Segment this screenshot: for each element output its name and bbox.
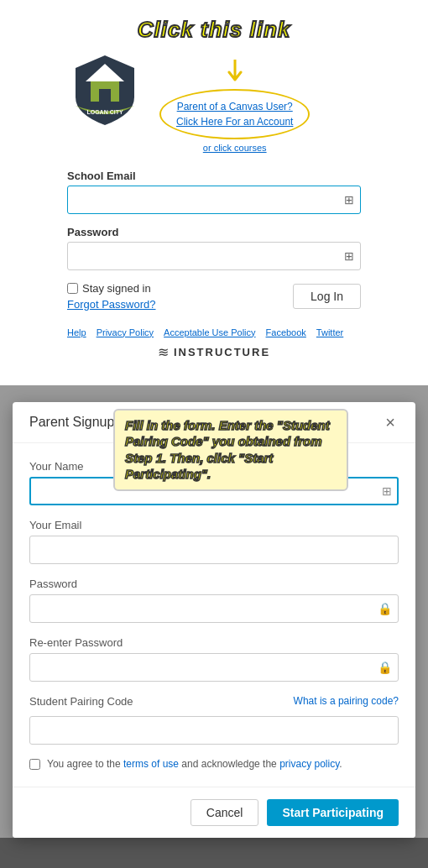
modal-password-input[interactable] — [29, 594, 399, 623]
password-label: Password — [67, 226, 361, 238]
modal-close-button[interactable]: × — [382, 414, 399, 431]
svg-text:LOGAN CITY: LOGAN CITY — [86, 109, 123, 115]
school-email-label: School Email — [67, 170, 361, 182]
reenter-password-wrapper: 🔒 — [29, 653, 399, 682]
privacy-policy-modal-link[interactable]: privacy policy — [279, 758, 339, 770]
footer-links: Help Privacy Policy Acceptable Use Polic… — [67, 327, 361, 337]
pairing-code-group: Student Pairing Code What is a pairing c… — [29, 695, 399, 745]
acceptable-use-link[interactable]: Acceptable Use Policy — [164, 327, 255, 337]
cancel-button[interactable]: Cancel — [191, 799, 259, 826]
password-icon: ⊞ — [344, 249, 354, 263]
modal-footer: Cancel Start Participating — [13, 787, 415, 838]
pairing-code-label: Student Pairing Code — [29, 695, 133, 708]
your-email-group: Your Email — [29, 519, 399, 564]
forgot-password-link[interactable]: Forgot Password? — [67, 298, 156, 311]
stay-signed-checkbox[interactable] — [67, 283, 78, 294]
name-field-icon: ⊞ — [382, 484, 392, 498]
pairing-row: Student Pairing Code What is a pairing c… — [29, 695, 399, 708]
logo-area: LOGAN CITY Parent of a Canvas User? Clic… — [67, 51, 361, 153]
parent-signup-modal: Parent Signup Fill in the form. Enter th… — [13, 402, 415, 838]
school-email-group: School Email ⊞ — [67, 170, 361, 214]
password-wrapper: ⊞ — [67, 242, 361, 270]
pairing-code-input[interactable] — [29, 716, 399, 745]
school-email-wrapper: ⊞ — [67, 186, 361, 214]
fill-form-tooltip: Fill in the form. Enter the "Student Pai… — [113, 409, 348, 491]
click-link-annotation: Click this link — [67, 17, 361, 43]
modal-backdrop: Parent Signup Fill in the form. Enter th… — [0, 385, 428, 838]
instructure-label: INSTRUCTURE — [174, 346, 270, 358]
facebook-link[interactable]: Facebook — [266, 327, 306, 337]
password-toggle-icon[interactable]: 🔒 — [378, 602, 392, 615]
password-group: Password ⊞ — [67, 226, 361, 270]
reenter-password-group: Re-enter Password 🔒 — [29, 636, 399, 682]
enroll-link[interactable]: or click courses — [159, 143, 310, 153]
parent-link-line1[interactable]: Parent of a Canvas User? — [177, 101, 293, 112]
modal-body: Your Name ⊞ Your Email Password 🔒 — [13, 443, 415, 787]
privacy-policy-link[interactable]: Privacy Policy — [97, 327, 154, 337]
help-link[interactable]: Help — [67, 327, 86, 337]
fill-form-text: Fill in the form. Enter the "Student Pai… — [125, 418, 330, 482]
terms-text: You agree to the terms of use and acknow… — [47, 758, 342, 770]
start-participating-button[interactable]: Start Participating — [267, 799, 399, 826]
modal-password-wrapper: 🔒 — [29, 594, 399, 623]
email-icon: ⊞ — [344, 193, 354, 207]
twitter-link[interactable]: Twitter — [316, 327, 343, 337]
your-email-input[interactable] — [29, 536, 399, 564]
terms-row: You agree to the terms of use and acknow… — [29, 758, 399, 770]
your-email-label: Your Email — [29, 519, 399, 531]
terms-of-use-link[interactable]: terms of use — [123, 758, 179, 770]
login-section: Click this link LOGAN CITY — [0, 0, 428, 385]
modal-password-group: Password 🔒 — [29, 578, 399, 623]
left-options: Stay signed in Forgot Password? — [67, 282, 156, 311]
reenter-password-icon[interactable]: 🔒 — [378, 661, 392, 674]
reenter-password-label: Re-enter Password — [29, 636, 399, 649]
stay-signed-label[interactable]: Stay signed in — [67, 282, 156, 295]
terms-checkbox[interactable] — [29, 759, 40, 770]
password-input[interactable] — [67, 242, 361, 270]
bottom-bar — [0, 838, 428, 868]
instructure-icon: ≋ — [158, 344, 169, 360]
instructure-brand: ≋ INSTRUCTURE — [67, 344, 361, 360]
parent-link-line2[interactable]: Click Here For an Account — [176, 116, 293, 128]
parent-link-oval[interactable]: Parent of a Canvas User? Click Here For … — [159, 89, 310, 139]
school-email-input[interactable] — [67, 186, 361, 214]
modal-password-label: Password — [29, 578, 399, 590]
parent-link-area: Parent of a Canvas User? Click Here For … — [159, 60, 310, 153]
what-is-pairing-link[interactable]: What is a pairing code? — [294, 695, 399, 707]
login-options: Stay signed in Forgot Password? Log In — [67, 282, 361, 311]
svg-rect-2 — [99, 89, 111, 102]
login-button[interactable]: Log In — [293, 284, 361, 309]
modal-header: Parent Signup Fill in the form. Enter th… — [13, 402, 415, 443]
click-link-text: Click this link — [138, 17, 291, 42]
modal-title: Parent Signup — [29, 415, 114, 430]
logo: LOGAN CITY — [67, 51, 143, 127]
reenter-password-input[interactable] — [29, 653, 399, 682]
